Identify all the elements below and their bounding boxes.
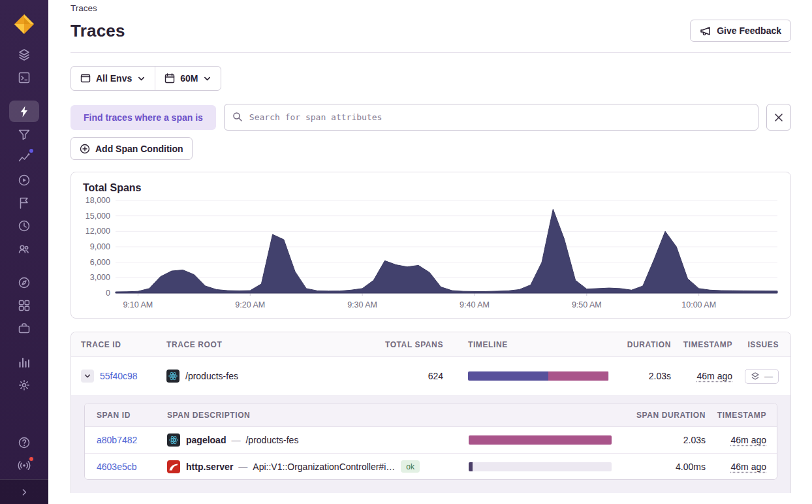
sidebar-item-projects[interactable] bbox=[9, 67, 39, 88]
span-row: a80b7482 pageload — /products-fes 2.03s bbox=[85, 427, 777, 453]
sidebar-item-releases[interactable] bbox=[9, 317, 39, 339]
span-row: 4603e5cb http.server — Api::V1::Organiza… bbox=[85, 453, 777, 479]
sidebar-item-issues[interactable] bbox=[9, 44, 39, 65]
span-op: http.server bbox=[186, 462, 233, 472]
time-range-filter-button[interactable]: 60M bbox=[155, 67, 221, 90]
span-op: pageload bbox=[186, 435, 226, 445]
main-content: Traces Traces Give Feedback All Env bbox=[48, 0, 812, 504]
col-timeline: TIMELINE bbox=[450, 340, 613, 349]
add-span-condition-button[interactable]: Add Span Condition bbox=[70, 137, 193, 160]
trace-timestamp[interactable]: 46m ago bbox=[697, 371, 732, 381]
sidebar-nav bbox=[0, 43, 48, 396]
notification-dot bbox=[28, 456, 35, 462]
trace-row: 55f40c98 /products-fes 624 2.03s 46m ago bbox=[71, 357, 790, 395]
search-icon bbox=[232, 112, 243, 122]
collapse-trace-button[interactable] bbox=[81, 370, 94, 383]
megaphone-icon bbox=[700, 25, 711, 37]
svg-text:10:00 AM: 10:00 AM bbox=[681, 300, 716, 309]
span-description: /products-fes bbox=[245, 435, 298, 445]
window-icon bbox=[80, 73, 91, 84]
sidebar-item-explore[interactable] bbox=[9, 272, 39, 293]
help-icon bbox=[18, 436, 31, 449]
flag-icon bbox=[18, 197, 31, 210]
clear-search-button[interactable] bbox=[766, 104, 791, 131]
span-timeline-bar[interactable] bbox=[469, 462, 612, 471]
sidebar bbox=[0, 0, 48, 504]
sidebar-item-settings[interactable] bbox=[9, 374, 39, 396]
sidebar-item-flag[interactable] bbox=[9, 192, 39, 213]
react-project-icon bbox=[167, 433, 180, 447]
span-id-link[interactable]: 4603e5cb bbox=[97, 462, 137, 472]
timeline-segment bbox=[469, 435, 612, 445]
sidebar-item-insights[interactable] bbox=[9, 146, 39, 168]
svg-text:9:30 AM: 9:30 AM bbox=[347, 300, 377, 309]
span-timestamp[interactable]: 46m ago bbox=[731, 435, 766, 445]
sidebar-item-funnel[interactable] bbox=[9, 123, 39, 145]
span-description: Api::V1::OrganizationController#i… bbox=[253, 462, 395, 472]
svg-text:0: 0 bbox=[106, 289, 110, 298]
total-spans-chart-card: Total Spans 03,0006,0009,00012,00015,000… bbox=[70, 172, 791, 319]
trace-issues-count: — bbox=[764, 371, 773, 381]
svg-text:15,000: 15,000 bbox=[86, 212, 110, 221]
separator: — bbox=[238, 462, 247, 472]
environment-filter-button[interactable]: All Envs bbox=[71, 67, 155, 90]
span-timeline-bar[interactable] bbox=[469, 435, 612, 445]
svg-text:9:40 AM: 9:40 AM bbox=[460, 300, 490, 309]
close-icon bbox=[773, 112, 784, 123]
col-trace-id: TRACE ID bbox=[71, 340, 166, 349]
environment-filter-label: All Envs bbox=[96, 73, 132, 84]
sidebar-item-dashboards[interactable] bbox=[9, 294, 39, 316]
span-attributes-search-input[interactable] bbox=[224, 104, 758, 131]
sidebar-item-traces[interactable] bbox=[9, 101, 39, 122]
sidebar-item-crons[interactable] bbox=[9, 215, 39, 236]
trace-timeline-bar[interactable] bbox=[468, 371, 609, 381]
total-spans-value: 624 bbox=[378, 371, 450, 381]
separator: — bbox=[231, 435, 240, 445]
trace-issues-pill[interactable]: — bbox=[745, 369, 779, 384]
page-header: Traces Traces Give Feedback bbox=[48, 0, 812, 53]
app-root: Traces Traces Give Feedback All Env bbox=[0, 0, 812, 504]
trace-duration: 2.03s bbox=[613, 371, 675, 381]
chevron-down-icon bbox=[84, 372, 91, 380]
search-scope-label: Find traces where a span is bbox=[70, 105, 216, 130]
give-feedback-button[interactable]: Give Feedback bbox=[690, 20, 791, 42]
svg-text:9:20 AM: 9:20 AM bbox=[235, 300, 265, 309]
col-issues: ISSUES bbox=[740, 340, 790, 349]
col-timestamp: TIMESTAMP bbox=[675, 340, 740, 349]
breadcrumb[interactable]: Traces bbox=[70, 3, 791, 13]
time-range-filter-label: 60M bbox=[180, 73, 198, 84]
span-id-link[interactable]: a80b7482 bbox=[97, 435, 137, 445]
sentry-logo[interactable] bbox=[13, 13, 35, 35]
spans-subtable-wrap: SPAN ID SPAN DESCRIPTION SPAN DURATION T… bbox=[71, 395, 790, 493]
projects-icon bbox=[18, 71, 31, 84]
trace-id-link[interactable]: 55f40c98 bbox=[100, 371, 138, 381]
col-span-timestamp: TIMESTAMP bbox=[711, 411, 777, 420]
settings-icon bbox=[18, 379, 31, 392]
sidebar-bottom-nav bbox=[0, 431, 48, 479]
traces-icon bbox=[18, 105, 31, 118]
sidebar-item-broadcast[interactable] bbox=[9, 454, 39, 476]
svg-text:12,000: 12,000 bbox=[86, 227, 110, 236]
span-duration: 2.03s bbox=[616, 435, 711, 445]
svg-text:9:50 AM: 9:50 AM bbox=[572, 300, 602, 309]
chevron-right-icon bbox=[19, 487, 29, 497]
traces-table: TRACE ID TRACE ROOT TOTAL SPANS TIMELINE… bbox=[70, 332, 791, 493]
sidebar-collapse-toggle[interactable] bbox=[0, 479, 48, 504]
total-spans-area-chart: 03,0006,0009,00012,00015,00018,0009:10 A… bbox=[83, 195, 780, 315]
col-duration: DURATION bbox=[613, 340, 675, 349]
span-timestamp[interactable]: 46m ago bbox=[731, 462, 766, 472]
timeline-segment bbox=[469, 462, 473, 471]
dashboards-icon bbox=[18, 299, 31, 312]
rails-project-icon bbox=[167, 460, 180, 473]
sidebar-item-stats[interactable] bbox=[9, 351, 39, 373]
notification-dot bbox=[28, 148, 35, 154]
chevron-down-icon bbox=[203, 74, 211, 83]
sidebar-item-replays[interactable] bbox=[9, 169, 39, 191]
teams-icon bbox=[18, 242, 31, 255]
span-search-row: Find traces where a span is bbox=[70, 104, 791, 131]
sidebar-item-teams[interactable] bbox=[9, 238, 39, 259]
sentry-logo-icon bbox=[13, 13, 35, 35]
sidebar-item-help[interactable] bbox=[9, 432, 39, 453]
traces-table-header: TRACE ID TRACE ROOT TOTAL SPANS TIMELINE… bbox=[71, 332, 790, 357]
calendar-icon bbox=[164, 73, 175, 84]
